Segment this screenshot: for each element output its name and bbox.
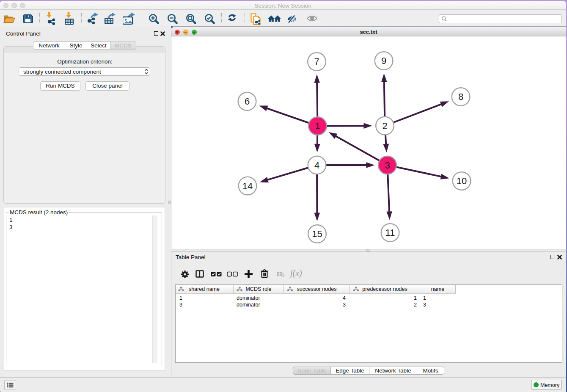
svg-text:1: 1 <box>315 121 320 131</box>
svg-text:8: 8 <box>458 91 463 102</box>
svg-text:10: 10 <box>457 176 467 186</box>
svg-text:7: 7 <box>314 56 319 67</box>
svg-text:9: 9 <box>381 55 386 66</box>
svg-text:3: 3 <box>385 160 390 171</box>
svg-text:4: 4 <box>314 160 319 171</box>
svg-text:15: 15 <box>312 229 322 239</box>
svg-text:6: 6 <box>245 96 250 107</box>
svg-text:11: 11 <box>385 227 395 238</box>
svg-text:14: 14 <box>242 181 253 191</box>
svg-text:2: 2 <box>382 121 387 131</box>
